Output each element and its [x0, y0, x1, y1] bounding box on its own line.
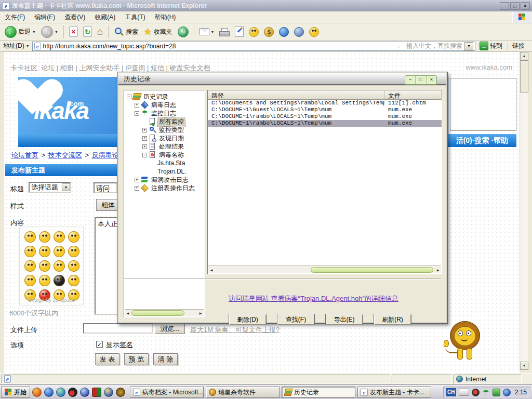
ie-quicklaunch-icon[interactable] [44, 388, 54, 397]
tree-item[interactable]: +发现日期 [125, 134, 204, 142]
messenger-quicklaunch-icon[interactable] [56, 388, 65, 397]
print-button[interactable] [218, 27, 231, 37]
topic-select[interactable]: 选择话题 ▼ [29, 182, 71, 193]
emoticon[interactable] [54, 275, 65, 286]
links-bar[interactable]: 链接 [508, 42, 529, 50]
plugin-button-2[interactable] [292, 26, 305, 38]
upload-note-link[interactable]: 最大1M 病毒、可疑文件上报? [190, 325, 280, 335]
media-tray-icon[interactable] [472, 389, 480, 396]
tree-item[interactable]: −历史记录 [125, 92, 204, 101]
tree-hscrollbar[interactable]: ◀ ▶ [125, 309, 204, 316]
language-indicator[interactable]: CH [446, 388, 456, 396]
emoticon[interactable] [68, 231, 79, 243]
preview-button[interactable]: 预 览 [124, 353, 149, 365]
tree-expander[interactable]: − [127, 95, 131, 99]
tree-expander[interactable]: + [135, 103, 139, 108]
dialog-button[interactable]: 查找(F) [277, 314, 315, 325]
list-scroll-left-button[interactable]: ◀ [208, 267, 215, 273]
tree-item[interactable]: −监控日志 [125, 109, 204, 117]
edit-button[interactable] [233, 25, 245, 38]
tree-scroll-right-button[interactable]: ▶ [197, 310, 204, 316]
keyboard-tray-icon[interactable] [459, 389, 469, 396]
emoticon[interactable] [68, 260, 79, 272]
search-button[interactable]: 搜索 [112, 25, 140, 38]
tree-item[interactable]: Trojan.DL. [125, 167, 204, 176]
menu-item[interactable]: 查看(V) [60, 11, 90, 24]
rising-tray-icon[interactable] [493, 389, 500, 396]
emoticon[interactable] [24, 231, 36, 243]
submit-button[interactable]: 发 表 [95, 353, 119, 365]
emoticon[interactable] [54, 260, 65, 272]
topic-select-arrow-icon[interactable]: ▼ [62, 183, 70, 191]
refresh-button[interactable]: ↻ [82, 25, 94, 38]
menu-item[interactable]: 编辑(E) [30, 11, 60, 24]
taskbar-task[interactable]: 发布新主题 - 卡卡... [357, 387, 431, 398]
rising-monitor-tray-icon[interactable] [482, 389, 490, 396]
favorites-button[interactable]: ★ 收藏夹 [142, 25, 174, 38]
tree-scroll-left-button[interactable]: ◀ [125, 310, 131, 316]
minimize-button[interactable] [500, 2, 509, 10]
go-button[interactable]: 转到 [478, 42, 504, 50]
taskbar-task[interactable]: 历史记录 [282, 387, 355, 398]
table-row[interactable]: C:\DOCUME~1\Guest\LOCALS~1\Temp\mummum.e… [208, 107, 442, 113]
tree-expander[interactable]: − [142, 153, 147, 157]
media-player-quicklaunch-icon[interactable] [32, 388, 42, 397]
quicklaunch-icon-6[interactable] [92, 388, 101, 397]
menu-item[interactable]: 文件(F) [0, 11, 30, 24]
list-scroll-right-button[interactable]: ▶ [435, 267, 441, 273]
dialog-button[interactable]: 导出(E) [325, 314, 363, 325]
tree-expander[interactable]: + [135, 178, 139, 182]
scroll-down-button[interactable]: ▼ [520, 362, 528, 370]
quicklaunch-icon-7[interactable] [104, 388, 113, 397]
dialog-close-button[interactable]: × [426, 76, 436, 84]
emoticon[interactable] [68, 275, 79, 286]
emoticon[interactable] [39, 260, 50, 272]
clear-button[interactable]: 清 除 [153, 353, 178, 365]
plugin-button-1[interactable] [277, 26, 290, 38]
table-row[interactable]: C:\Documents and Settings\rambo\Local Se… [208, 100, 442, 107]
tree-item[interactable]: +注册表操作日志 [125, 184, 204, 192]
upload-input[interactable] [83, 323, 153, 334]
list-scroll-thumb[interactable] [311, 267, 433, 273]
address-input[interactable]: http://forum.ikaka.com/new_topic.asp?boa… [32, 42, 475, 51]
emoticon[interactable] [24, 246, 36, 257]
quicklaunch-icon-5[interactable] [80, 388, 89, 397]
stop-button[interactable]: × [68, 25, 79, 38]
show-signature-checkbox[interactable] [96, 341, 103, 348]
tree-expander[interactable]: + [135, 186, 139, 191]
column-header-path[interactable]: 路径 [208, 90, 384, 99]
column-header-file[interactable]: 文件 [384, 90, 442, 99]
forward-dropdown-icon[interactable]: ▼ [55, 30, 58, 34]
tree-item[interactable]: −病毒名称 [125, 151, 204, 159]
virus-info-link[interactable]: 访问瑞星网站 查看病毒“Trojan.DL.Agent.hoh”的详细信息 [229, 294, 398, 303]
mail-dropdown-icon[interactable]: ▼ [211, 30, 215, 34]
tree-expander[interactable]: − [135, 111, 139, 116]
emoticon[interactable] [54, 231, 65, 243]
dialog-minimize-button[interactable]: − [405, 76, 415, 84]
mail-button[interactable]: ▼ [198, 27, 216, 36]
quicklaunch-icon-4[interactable] [68, 388, 77, 397]
title-input[interactable]: 请问 [94, 182, 117, 193]
page-scrollbar[interactable]: ▲ ▼ [520, 52, 528, 370]
scroll-thumb[interactable] [520, 60, 528, 92]
plugin-button-3[interactable] [308, 26, 321, 38]
address-dropdown-button[interactable]: ▼ [464, 42, 473, 50]
tree-item[interactable]: +漏洞攻击日志 [125, 176, 204, 184]
close-button[interactable] [521, 2, 530, 10]
home-button[interactable]: ⌂ [96, 25, 104, 38]
tree-expander[interactable]: + [142, 136, 147, 141]
tree-expander[interactable]: + [142, 144, 147, 149]
emoticon[interactable] [39, 275, 50, 286]
emoticon[interactable] [68, 246, 79, 257]
emoticon[interactable] [54, 246, 65, 257]
emoticon[interactable] [24, 260, 36, 272]
menu-item[interactable]: 收藏(A) [90, 11, 120, 24]
tree-item[interactable]: +病毒日志 [125, 101, 204, 109]
restore-button[interactable] [510, 2, 520, 10]
network-tray-icon[interactable] [503, 389, 511, 396]
back-button[interactable]: ← 后退 ▼ [3, 25, 37, 39]
emoticon[interactable] [39, 246, 50, 257]
emoticon[interactable] [24, 275, 36, 286]
emoticon[interactable] [39, 231, 50, 243]
taskbar-task[interactable]: 病毒档案 - Microsoft... [130, 387, 204, 398]
